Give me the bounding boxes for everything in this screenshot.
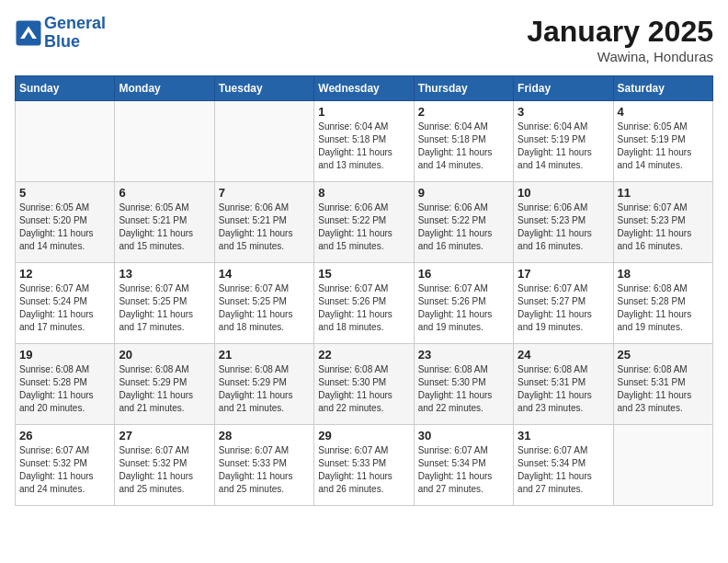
day-cell: 21Sunrise: 6:08 AM Sunset: 5:29 PM Dayli… [214,344,313,425]
week-row-1: 1Sunrise: 6:04 AM Sunset: 5:18 PM Daylig… [16,101,713,182]
day-cell [16,101,115,182]
day-cell: 26Sunrise: 6:07 AM Sunset: 5:32 PM Dayli… [16,425,115,506]
day-info: Sunrise: 6:07 AM Sunset: 5:27 PM Dayligh… [518,282,609,334]
day-info: Sunrise: 6:07 AM Sunset: 5:33 PM Dayligh… [219,444,310,496]
day-info: Sunrise: 6:08 AM Sunset: 5:28 PM Dayligh… [19,363,110,415]
day-info: Sunrise: 6:05 AM Sunset: 5:19 PM Dayligh… [618,121,709,172]
day-info: Sunrise: 6:06 AM Sunset: 5:21 PM Dayligh… [219,201,310,253]
day-info: Sunrise: 6:06 AM Sunset: 5:22 PM Dayligh… [418,201,509,253]
day-number: 31 [518,429,609,442]
logo-text: General Blue [44,15,106,52]
day-number: 24 [518,348,609,362]
day-info: Sunrise: 6:04 AM Sunset: 5:18 PM Dayligh… [318,121,409,172]
header-cell-monday: Monday [115,76,214,101]
day-cell: 20Sunrise: 6:08 AM Sunset: 5:29 PM Dayli… [115,344,214,425]
day-cell: 6Sunrise: 6:05 AM Sunset: 5:21 PM Daylig… [115,182,214,263]
calendar-header: SundayMondayTuesdayWednesdayThursdayFrid… [16,76,713,101]
day-cell: 14Sunrise: 6:07 AM Sunset: 5:25 PM Dayli… [214,263,313,344]
day-info: Sunrise: 6:06 AM Sunset: 5:23 PM Dayligh… [518,201,609,253]
day-number: 23 [418,348,509,362]
day-number: 12 [19,267,110,281]
day-number: 27 [119,429,210,442]
header-cell-thursday: Thursday [414,76,513,101]
day-info: Sunrise: 6:04 AM Sunset: 5:19 PM Dayligh… [518,121,609,172]
day-cell: 16Sunrise: 6:07 AM Sunset: 5:26 PM Dayli… [414,263,513,344]
day-info: Sunrise: 6:08 AM Sunset: 5:28 PM Dayligh… [618,282,709,334]
calendar-body: 1Sunrise: 6:04 AM Sunset: 5:18 PM Daylig… [16,101,713,506]
day-number: 29 [318,429,409,442]
day-cell: 9Sunrise: 6:06 AM Sunset: 5:22 PM Daylig… [414,182,513,263]
day-info: Sunrise: 6:08 AM Sunset: 5:29 PM Dayligh… [219,363,310,415]
day-info: Sunrise: 6:08 AM Sunset: 5:31 PM Dayligh… [618,363,709,415]
day-info: Sunrise: 6:07 AM Sunset: 5:32 PM Dayligh… [19,444,110,496]
day-cell: 4Sunrise: 6:05 AM Sunset: 5:19 PM Daylig… [613,101,712,182]
day-number: 8 [318,186,409,200]
day-number: 28 [219,429,310,442]
day-cell: 3Sunrise: 6:04 AM Sunset: 5:19 PM Daylig… [514,101,613,182]
calendar-subtitle: Wawina, Honduras [527,49,713,64]
day-info: Sunrise: 6:08 AM Sunset: 5:30 PM Dayligh… [318,363,409,415]
day-cell: 27Sunrise: 6:07 AM Sunset: 5:32 PM Dayli… [115,425,214,506]
day-info: Sunrise: 6:05 AM Sunset: 5:20 PM Dayligh… [19,201,110,253]
day-number: 22 [318,348,409,362]
day-number: 11 [618,186,709,200]
logo-icon [15,19,42,47]
day-info: Sunrise: 6:07 AM Sunset: 5:34 PM Dayligh… [418,444,509,496]
day-cell: 24Sunrise: 6:08 AM Sunset: 5:31 PM Dayli… [514,344,613,425]
day-info: Sunrise: 6:07 AM Sunset: 5:26 PM Dayligh… [318,282,409,334]
day-info: Sunrise: 6:06 AM Sunset: 5:22 PM Dayligh… [318,201,409,253]
calendar-title: January 2025 [527,15,713,49]
day-info: Sunrise: 6:07 AM Sunset: 5:26 PM Dayligh… [418,282,509,334]
logo: General Blue [15,15,106,52]
week-row-3: 12Sunrise: 6:07 AM Sunset: 5:24 PM Dayli… [16,263,713,344]
day-cell: 12Sunrise: 6:07 AM Sunset: 5:24 PM Dayli… [16,263,115,344]
header-cell-saturday: Saturday [613,76,712,101]
day-number: 15 [318,267,409,281]
day-number: 6 [119,186,210,200]
day-number: 13 [119,267,210,281]
day-info: Sunrise: 6:07 AM Sunset: 5:23 PM Dayligh… [618,201,709,253]
title-block: January 2025 Wawina, Honduras [527,15,713,64]
day-info: Sunrise: 6:07 AM Sunset: 5:25 PM Dayligh… [219,282,310,334]
day-info: Sunrise: 6:08 AM Sunset: 5:30 PM Dayligh… [418,363,509,415]
day-cell: 2Sunrise: 6:04 AM Sunset: 5:18 PM Daylig… [414,101,513,182]
day-info: Sunrise: 6:07 AM Sunset: 5:24 PM Dayligh… [19,282,110,334]
logo-line2: Blue [44,32,80,51]
week-row-4: 19Sunrise: 6:08 AM Sunset: 5:28 PM Dayli… [16,344,713,425]
header-cell-sunday: Sunday [16,76,115,101]
day-cell: 18Sunrise: 6:08 AM Sunset: 5:28 PM Dayli… [613,263,712,344]
day-cell: 19Sunrise: 6:08 AM Sunset: 5:28 PM Dayli… [16,344,115,425]
day-info: Sunrise: 6:07 AM Sunset: 5:32 PM Dayligh… [119,444,210,496]
header-row: SundayMondayTuesdayWednesdayThursdayFrid… [16,76,713,101]
day-info: Sunrise: 6:07 AM Sunset: 5:34 PM Dayligh… [518,444,609,496]
day-cell: 13Sunrise: 6:07 AM Sunset: 5:25 PM Dayli… [115,263,214,344]
day-number: 30 [418,429,509,442]
day-cell [214,101,313,182]
day-number: 2 [418,105,509,119]
day-cell: 5Sunrise: 6:05 AM Sunset: 5:20 PM Daylig… [16,182,115,263]
logo-line1: General [44,14,106,32]
day-cell [115,101,214,182]
day-number: 18 [618,267,709,281]
day-info: Sunrise: 6:07 AM Sunset: 5:25 PM Dayligh… [119,282,210,334]
day-number: 26 [19,429,110,442]
day-number: 20 [119,348,210,362]
day-cell: 11Sunrise: 6:07 AM Sunset: 5:23 PM Dayli… [613,182,712,263]
day-cell: 23Sunrise: 6:08 AM Sunset: 5:30 PM Dayli… [414,344,513,425]
day-number: 14 [219,267,310,281]
day-info: Sunrise: 6:07 AM Sunset: 5:33 PM Dayligh… [318,444,409,496]
day-cell: 10Sunrise: 6:06 AM Sunset: 5:23 PM Dayli… [514,182,613,263]
day-number: 1 [318,105,409,119]
header-cell-tuesday: Tuesday [214,76,313,101]
day-cell: 1Sunrise: 6:04 AM Sunset: 5:18 PM Daylig… [314,101,414,182]
day-info: Sunrise: 6:08 AM Sunset: 5:29 PM Dayligh… [119,363,210,415]
day-cell: 25Sunrise: 6:08 AM Sunset: 5:31 PM Dayli… [613,344,712,425]
day-info: Sunrise: 6:05 AM Sunset: 5:21 PM Dayligh… [119,201,210,253]
day-number: 7 [219,186,310,200]
day-number: 21 [219,348,310,362]
day-cell: 17Sunrise: 6:07 AM Sunset: 5:27 PM Dayli… [514,263,613,344]
svg-rect-0 [17,20,41,45]
day-number: 19 [19,348,110,362]
day-number: 25 [618,348,709,362]
day-number: 9 [418,186,509,200]
